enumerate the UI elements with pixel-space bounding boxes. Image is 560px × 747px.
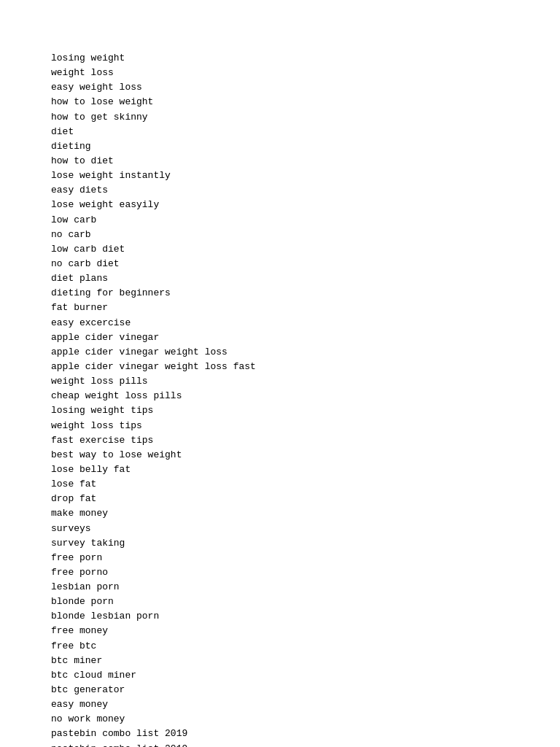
list-item: lose belly fat [51, 462, 560, 477]
list-item: make money [51, 506, 560, 521]
list-item: blonde porn [51, 595, 560, 609]
list-item: weight loss tips [51, 419, 560, 433]
list-item: easy money [51, 697, 560, 712]
list-item: free btc [51, 639, 560, 654]
list-item: low carb diet [51, 242, 560, 257]
list-item: lose weight instantly [51, 169, 560, 183]
list-item: apple cider vinegar weight loss fast [51, 360, 560, 374]
list-item: free porno [51, 565, 560, 580]
list-item: how to lose weight [51, 95, 560, 109]
list-item: no carb [51, 228, 560, 242]
list-item: blonde lesbian porn [51, 609, 560, 624]
list-item: survey taking [51, 536, 560, 551]
list-item: surveys [51, 522, 560, 536]
list-item: easy excercise [51, 316, 560, 330]
list-item: lose weight easyily [51, 198, 560, 212]
list-item: btc miner [51, 654, 560, 668]
list-item: btc cloud miner [51, 668, 560, 683]
list-item: losing weight [51, 51, 560, 66]
list-item: pastebin combo list 2019 [51, 727, 560, 741]
list-item: how to get skinny [51, 110, 560, 125]
list-item: lose fat [51, 477, 560, 492]
list-item: low carb [51, 213, 560, 228]
list-item: pastebin combo list 2019 [51, 742, 560, 747]
list-item: best way to lose weight [51, 448, 560, 462]
list-item: diet plans [51, 271, 560, 286]
list-item: easy weight loss [51, 80, 560, 95]
list-item: diet [51, 125, 560, 139]
list-item: fast exercise tips [51, 433, 560, 448]
list-item: apple cider vinegar weight loss [51, 345, 560, 360]
list-item: btc generator [51, 683, 560, 697]
list-item: dieting [51, 139, 560, 154]
list-item: no carb diet [51, 257, 560, 271]
list-item: apple cider vinegar [51, 330, 560, 345]
list-item: easy diets [51, 183, 560, 198]
list-item: losing weight tips [51, 403, 560, 418]
list-item: fat burner [51, 301, 560, 315]
list-item: weight loss pills [51, 374, 560, 389]
list-item: weight loss [51, 66, 560, 80]
list-item: free money [51, 624, 560, 638]
list-item: cheap weight loss pills [51, 389, 560, 403]
list-item: no work money [51, 712, 560, 727]
list-item: free porn [51, 551, 560, 565]
list-item: drop fat [51, 492, 560, 506]
list-item: lesbian porn [51, 580, 560, 595]
keyword-list: losing weightweight losseasy weight loss… [51, 51, 560, 747]
list-item: how to diet [51, 154, 560, 169]
list-item: dieting for beginners [51, 286, 560, 301]
